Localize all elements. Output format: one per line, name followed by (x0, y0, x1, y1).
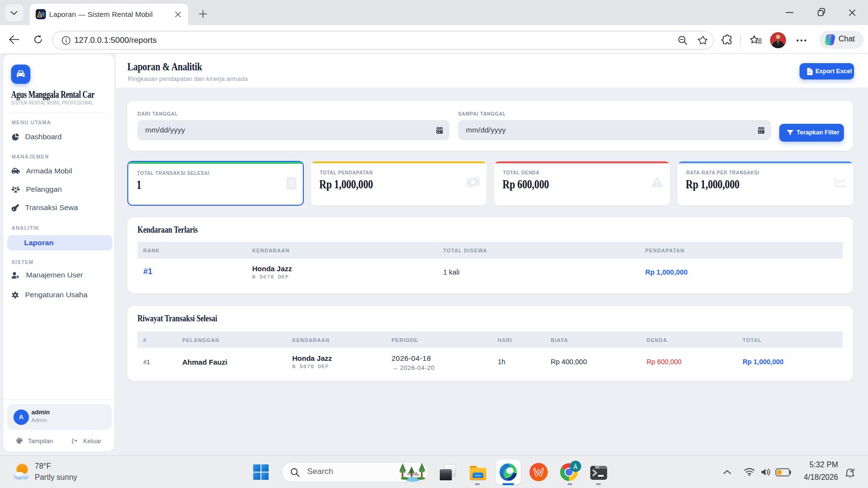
svg-text:z: z (853, 467, 855, 472)
svg-text:z: z (850, 468, 853, 473)
